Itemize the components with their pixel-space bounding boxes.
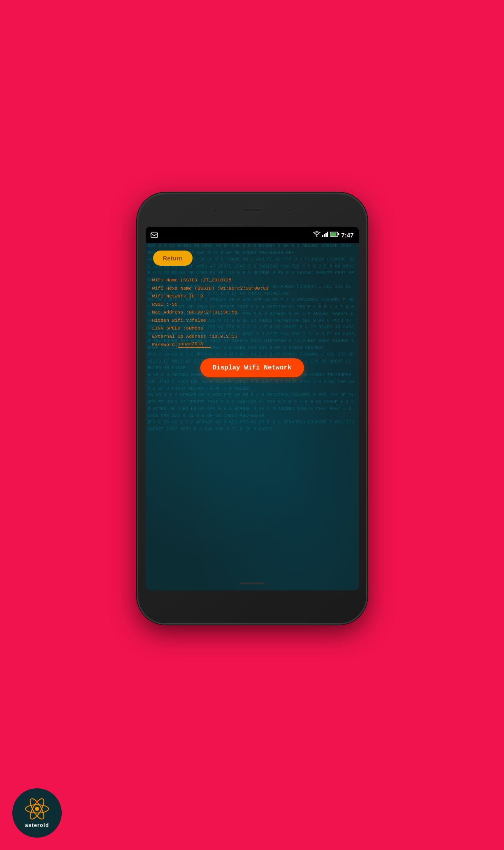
- notification-icon: [151, 232, 158, 238]
- content-area: Return Wifi Name (SSID) :ZT_2018725 Wifi…: [146, 243, 359, 590]
- password-label: Password:: [152, 342, 178, 347]
- status-bar: 7:47: [146, 227, 359, 243]
- svg-rect-3: [324, 234, 325, 237]
- svg-rect-2: [322, 235, 323, 237]
- bssid-line: Wifi Hexa Name (BSSID) :01:80:c2:00:00:0…: [152, 284, 352, 293]
- front-camera: [287, 208, 291, 212]
- asteroid-atom-icon: [25, 798, 49, 820]
- wifi-info-panel: Wifi Name (SSID) :ZT_2018725 Wifi Hexa N…: [152, 276, 352, 348]
- status-left: [151, 232, 158, 238]
- speaker: [242, 209, 262, 212]
- phone-body: 8 1 0 C A4 50 0 3A 80 S 2 8F6A38 88 0 AC…: [137, 193, 367, 625]
- phone-top-bar: [138, 198, 366, 223]
- svg-point-1: [316, 236, 318, 237]
- signal-bars: [322, 231, 329, 239]
- svg-rect-7: [331, 232, 337, 236]
- asteroid-circle: asteroid: [12, 788, 62, 838]
- svg-rect-4: [325, 233, 327, 237]
- password-value: jonas2018: [178, 341, 211, 348]
- ssid-line: Wifi Name (SSID) :ZT_2018725: [152, 276, 352, 284]
- phone-screen: 8 1 0 C A4 50 0 3A 80 S 2 8F6A38 88 0 AC…: [146, 227, 359, 590]
- asteroid-text-label: asteroid: [25, 822, 49, 828]
- network-id-line: Wifi Network ID :0: [152, 292, 352, 300]
- return-button[interactable]: Return: [153, 251, 193, 266]
- time-display: 7:47: [341, 232, 353, 239]
- status-right: 7:47: [313, 231, 353, 239]
- asteroid-logo: asteroid: [12, 788, 62, 838]
- mac-line: Mac Address :08:00:27:01:3e:56: [152, 308, 352, 316]
- display-wifi-button[interactable]: Display Wifi Network: [200, 358, 304, 377]
- rssi-line: RSSI :-55: [152, 300, 352, 309]
- phone-mockup: 8 1 0 C A4 50 0 3A 80 S 2 8F6A38 88 0 AC…: [137, 193, 367, 625]
- svg-rect-5: [327, 232, 328, 237]
- hidden-line: Hidden Wifi ?:false: [152, 316, 352, 325]
- battery-icon: [330, 232, 339, 239]
- link-speed-line: LINK SPEED :60Mbps: [152, 324, 352, 332]
- wifi-icon: [313, 231, 321, 239]
- camera-dot: [213, 208, 217, 212]
- password-line: Password: jonas2018: [152, 341, 352, 348]
- svg-rect-0: [151, 233, 158, 237]
- svg-point-12: [35, 807, 39, 811]
- svg-rect-8: [338, 233, 339, 235]
- svg-point-13: [36, 801, 38, 803]
- external-ip-line: External Ip Address :10.0.3.15: [152, 332, 352, 341]
